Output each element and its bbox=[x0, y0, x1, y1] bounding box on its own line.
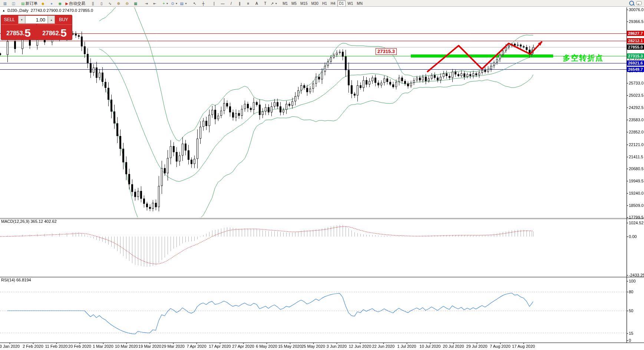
fibonacci-tool[interactable]: ≡ bbox=[244, 0, 252, 7]
signals-icon[interactable]: ◉ bbox=[56, 0, 64, 7]
indicators-button[interactable]: +▼ bbox=[161, 0, 170, 7]
zoom-out-button[interactable]: ⊖ bbox=[123, 0, 131, 7]
price-level-badge: 26921.6 bbox=[627, 60, 644, 66]
new-order-button-label: 新订单 bbox=[25, 1, 37, 6]
buy-button[interactable]: BUY bbox=[55, 15, 72, 24]
line-chart-icon: ∿ bbox=[108, 2, 111, 6]
mt4-window: ▥◫▤新订单◆●◉▶自动交易||▯∿⊕⊖▦⇥⇤+▼⊙▼▤▼↖┼|—/∥≡AT↗▼… bbox=[0, 0, 644, 350]
timeframe-mn[interactable]: MN bbox=[355, 0, 364, 7]
vertical-line-tool[interactable]: | bbox=[210, 0, 218, 7]
autotrading-button[interactable]: ▶自动交易 bbox=[64, 0, 86, 7]
price-axis-tick: 25733.0 bbox=[629, 81, 644, 85]
price-axis-tick: 19949.5 bbox=[629, 179, 644, 183]
templates-button[interactable]: ▤▼ bbox=[179, 0, 188, 7]
mql5-community-icon[interactable]: ● bbox=[47, 0, 56, 7]
order-controls-row: SELL ▼ 1.00 ▲ BUY bbox=[1, 15, 72, 24]
date-axis-label: 10 Jul 2020 bbox=[420, 344, 441, 349]
crosshair-tool[interactable]: ┼ bbox=[199, 0, 208, 7]
new-order-button[interactable]: ▤新订单 bbox=[20, 0, 39, 7]
price-row: 27853.5 27862.5 bbox=[1, 24, 72, 39]
symbol-collapse-arrow[interactable]: ▲ bbox=[2, 9, 5, 12]
zoom-in-button: ⊕ bbox=[117, 2, 120, 6]
date-axis-label: 27 Apr 2020 bbox=[232, 344, 254, 349]
equidistant-channel-tool[interactable]: ∥ bbox=[235, 0, 244, 7]
mql5-community-icon: ● bbox=[50, 2, 53, 6]
timeframe-d1[interactable]: D1 bbox=[337, 0, 346, 7]
date-axis-label: 29 Jul 2020 bbox=[466, 344, 488, 349]
window-preview-icon: ◫ bbox=[12, 2, 15, 6]
ohlc-values: 27743.0 27900.0 27470.0 27855.0 bbox=[31, 8, 93, 13]
macd-axis-tick: 1024.52 bbox=[629, 221, 644, 225]
horizontal-line-tool[interactable]: — bbox=[218, 0, 227, 7]
date-axis-label: 20 Jul 2020 bbox=[443, 344, 464, 349]
candlestick-chart-icon[interactable]: ▯ bbox=[97, 0, 106, 7]
date-axis-label: 20 Feb 2020 bbox=[68, 344, 91, 349]
date-axis-label: 1 Jul 2020 bbox=[397, 344, 416, 349]
date-axis-label: 3 Jan 2020 bbox=[0, 344, 20, 349]
rsi-axis-tick: 50 bbox=[629, 308, 633, 313]
timeframe-toolbar: M1M5M15M30H1H4D1W1MN bbox=[281, 0, 364, 7]
date-axis-label: 11 Feb 2020 bbox=[45, 344, 68, 349]
alerts-sound-icon[interactable]: ◆ bbox=[39, 0, 47, 7]
turning-point-annotation[interactable]: 多空转折点 bbox=[563, 53, 604, 63]
date-axis-label: 3 Jun 2020 bbox=[327, 344, 347, 349]
line-chart-icon[interactable]: ∿ bbox=[106, 0, 114, 7]
date-axis-label: 29 Mar 2020 bbox=[162, 344, 185, 349]
sell-price-int: 27853 bbox=[6, 29, 23, 38]
date-axis-label: 7 Apr 2020 bbox=[186, 344, 206, 349]
buy-price-frac: 5 bbox=[60, 28, 67, 38]
templates-button: ▤ bbox=[180, 2, 183, 6]
price-level-badge: 26549.7 bbox=[627, 67, 644, 72]
sell-price-frac: 5 bbox=[24, 28, 31, 38]
date-axis-label: 17 Aug 2020 bbox=[512, 344, 535, 349]
macd-indicator-label: MACD(12,26,9) 365.12 402.62 bbox=[1, 219, 57, 224]
charts-profile-icon[interactable]: ▥ bbox=[1, 0, 9, 7]
date-axis-label: 7 Aug 2020 bbox=[490, 344, 511, 349]
trendline-tool[interactable]: / bbox=[227, 0, 235, 7]
auto-scroll-icon[interactable]: ⇥ bbox=[142, 0, 151, 7]
autotrading-button: ▶ bbox=[65, 2, 68, 6]
date-axis-label: 12 Jun 2020 bbox=[349, 344, 371, 349]
text-tool[interactable]: A bbox=[252, 0, 261, 7]
buy-price[interactable]: 27862.5 bbox=[37, 24, 72, 39]
chart-shift-icon[interactable]: ⇤ bbox=[151, 0, 159, 7]
zoom-in-button[interactable]: ⊕ bbox=[114, 0, 123, 7]
tile-windows-icon[interactable]: ▦ bbox=[131, 0, 140, 7]
price-axis-tick: 30076.0 bbox=[629, 7, 644, 12]
crosshair-tool: ┼ bbox=[202, 2, 205, 6]
window-preview-icon[interactable]: ◫ bbox=[9, 0, 18, 7]
chart-canvas[interactable] bbox=[0, 0, 644, 350]
timeframe-m15[interactable]: M15 bbox=[298, 0, 309, 7]
volume-up-stepper[interactable]: ▲ bbox=[48, 16, 55, 24]
timeframe-m30[interactable]: M30 bbox=[309, 0, 320, 7]
price-axis-tick: 17799.5 bbox=[629, 215, 644, 219]
rsi-axis-tick: 80 bbox=[629, 290, 633, 294]
macd-axis-tick: 0.00 bbox=[629, 234, 637, 239]
timeframe-m5[interactable]: M5 bbox=[290, 0, 298, 7]
text-label-tool[interactable]: T bbox=[261, 0, 270, 7]
price-axis-tick: 21411.5 bbox=[629, 155, 643, 159]
symbol-info-line: ▲ DJ30-,Daily 27743.0 27900.0 27470.0 27… bbox=[2, 8, 93, 13]
sell-price[interactable]: 27853.5 bbox=[1, 24, 36, 39]
timeframe-h4[interactable]: H4 bbox=[329, 0, 337, 7]
price-axis-tick: 25023.5 bbox=[629, 93, 644, 98]
vertical-line-tool: | bbox=[214, 2, 215, 6]
support-price-label[interactable]: 27315.3 bbox=[376, 48, 397, 55]
cursor-tool[interactable]: ↖ bbox=[191, 0, 199, 7]
main-toolbar: ▥◫▤新订单◆●◉▶自动交易||▯∿⊕⊖▦⇥⇤+▼⊙▼▤▼↖┼|—/∥≡AT↗▼… bbox=[0, 0, 644, 7]
chat-icon[interactable] bbox=[636, 1, 642, 5]
timeframe-h1[interactable]: H1 bbox=[320, 0, 329, 7]
date-axis-label: 22 Jun 2020 bbox=[372, 344, 395, 349]
bar-chart-icon[interactable]: || bbox=[89, 0, 97, 7]
volume-down-stepper[interactable]: ▼ bbox=[18, 16, 25, 24]
volume-input[interactable]: 1.00 bbox=[25, 16, 48, 24]
sell-button[interactable]: SELL bbox=[1, 15, 18, 24]
symbol-period-label: DJ30-,Daily bbox=[7, 8, 29, 13]
toolbar-right bbox=[629, 1, 642, 6]
timeframe-m1[interactable]: M1 bbox=[281, 0, 290, 7]
arrows-tool[interactable]: ↗▼ bbox=[270, 0, 278, 7]
periods-button[interactable]: ⊙▼ bbox=[170, 0, 179, 7]
text-label-tool: T bbox=[264, 2, 266, 6]
timeframe-w1[interactable]: W1 bbox=[346, 0, 355, 7]
search-icon[interactable] bbox=[629, 1, 634, 6]
